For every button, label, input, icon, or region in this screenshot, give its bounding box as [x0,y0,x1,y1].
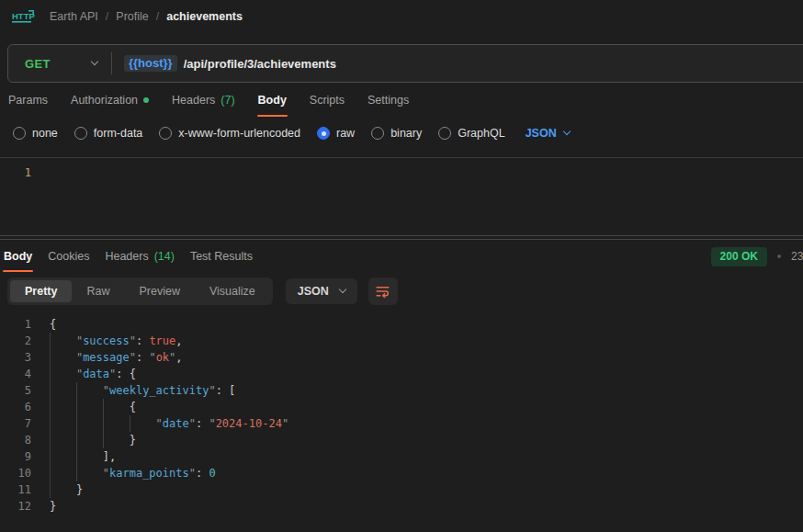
view-tab-pretty[interactable]: Pretty [10,280,72,302]
view-tab-raw[interactable]: Raw [72,280,124,302]
code-tokens: "data": { [76,366,136,382]
breadcrumb: Earth API / Profile / achievements [50,10,243,23]
response-code-line: 3"message": "ok", [0,349,803,366]
radio-dot [322,131,326,136]
indent-guide [76,415,103,432]
indent-guide [103,415,130,432]
indent-guide [50,465,76,481]
code-content: "message": "ok", [50,349,183,366]
tab-label: Params [8,94,48,107]
code-content: "karma_points": 0 [50,465,216,481]
body-mode-form-data[interactable]: form-data [74,127,143,140]
radio-selected-icon[interactable] [317,127,330,140]
breadcrumb-collection[interactable]: Profile [116,10,148,23]
url-input[interactable]: {{host}} /api/profile/3/achievements [112,45,803,82]
code-content: ], [50,448,116,465]
body-language-label: JSON [526,127,557,140]
response-tab-cookies[interactable]: Cookies [47,240,90,273]
indent-guide [50,448,76,465]
breadcrumb-bar: HTTP Earth API / Profile / achievements [0,0,803,33]
line-number: 7 [0,415,31,432]
line-number: 4 [0,366,31,382]
line-number: 3 [0,349,31,366]
chevron-down-icon [91,58,98,65]
response-code-line: 5"weekly_activity": [ [0,382,803,399]
breadcrumb-workspace[interactable]: Earth API [50,10,98,23]
response-code-line: 2"success": true, [0,333,803,349]
body-mode-binary[interactable]: binary [371,127,422,140]
request-tab-headers[interactable]: Headers(7) [171,83,236,118]
radio-icon[interactable] [74,127,87,140]
editor-line-number: 1 [0,164,31,181]
radio-icon[interactable] [13,127,26,140]
request-body-editor[interactable]: 1 [0,157,803,235]
response-language-select[interactable]: JSON [286,278,357,304]
code-tokens: "success": true, [76,333,183,349]
indent-guide [50,481,76,498]
code-tokens: "karma_points": 0 [103,465,216,481]
method-selector[interactable]: GET [8,45,111,82]
body-mode-row: noneform-datax-www-form-urlencodedrawbin… [0,118,803,149]
response-code-line: 9], [0,448,803,465]
url-path: /api/profile/3/achievements [184,57,336,71]
request-tab-settings[interactable]: Settings [367,83,410,118]
radio-icon[interactable] [371,127,384,140]
indent-guide [50,432,76,448]
tab-label: Body [258,94,287,107]
response-code-line: 10"karma_points": 0 [0,465,803,481]
breadcrumb-separator: / [156,10,159,23]
response-meta: 200 OK 230 [711,240,803,273]
response-tabs: BodyCookiesHeaders(14)Test Results [3,240,254,273]
response-code-line: 8} [0,432,803,448]
indent-guide [103,399,130,415]
body-mode-raw[interactable]: raw [317,127,355,140]
body-mode-none[interactable]: none [13,127,58,140]
request-tab-body[interactable]: Body [257,83,288,118]
response-header-row: BodyCookiesHeaders(14)Test Results 200 O… [0,240,803,273]
code-tokens: "date": "2024-10-24" [156,415,289,432]
response-tab-headers[interactable]: Headers(14) [104,240,175,273]
wrap-lines-icon [375,284,390,300]
view-tab-preview[interactable]: Preview [124,280,194,302]
line-number: 8 [0,432,31,448]
response-code-line: 6{ [0,399,803,415]
tab-label: Headers [172,94,215,107]
body-mode-label: form-data [94,127,143,140]
view-mode-segmented-control: PrettyRawPreviewVisualize [7,277,273,305]
radio-icon[interactable] [159,127,172,140]
tab-label: Body [4,250,32,263]
radio-icon[interactable] [438,127,451,140]
status-badge[interactable]: 200 OK [711,247,767,266]
tab-label: Headers [105,250,148,263]
breadcrumb-separator: / [106,10,108,23]
view-tab-visualize[interactable]: Visualize [195,280,270,302]
response-body-viewer[interactable]: 1{2"success": true,3"message": "ok",4"da… [0,310,803,515]
request-tab-params[interactable]: Params [7,83,49,118]
body-mode-x-www-form-urlencoded[interactable]: x-www-form-urlencoded [159,127,300,140]
body-mode-label: GraphQL [458,127,504,140]
request-tab-scripts[interactable]: Scripts [309,83,345,118]
response-tab-test-results[interactable]: Test Results [189,240,254,273]
line-number: 9 [0,448,31,465]
indent-guide [50,366,76,382]
body-language-select[interactable]: JSON [526,127,570,140]
request-tabs: ParamsAuthorizationHeaders(7)BodyScripts… [0,83,803,118]
host-variable-chip[interactable]: {{host}} [124,55,177,72]
response-code-line: 11} [0,481,803,498]
indent-guide [50,415,76,432]
body-mode-graphql[interactable]: GraphQL [438,127,504,140]
line-number: 1 [0,316,31,333]
request-tab-authorization[interactable]: Authorization [70,83,150,118]
response-tab-body[interactable]: Body [3,240,33,273]
indent-guide [103,432,130,448]
code-content: } [50,498,56,515]
line-number: 6 [0,399,31,415]
wrap-lines-button[interactable] [368,277,398,305]
tab-label: Cookies [48,250,89,263]
code-content: { [50,316,56,333]
breadcrumb-request-name[interactable]: achievements [166,10,243,23]
indent-guide [76,382,103,399]
indent-guide [130,415,156,432]
line-number: 2 [0,333,31,349]
code-tokens: } [130,432,136,448]
